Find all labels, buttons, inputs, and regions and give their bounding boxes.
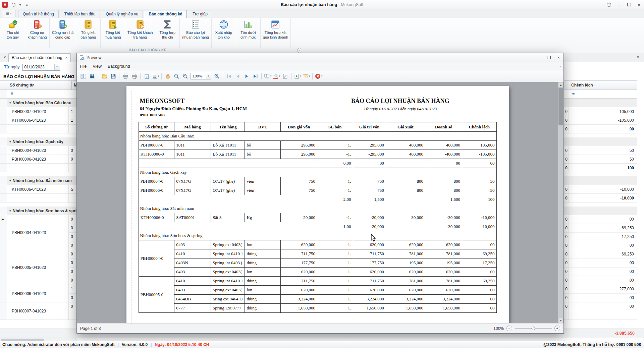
preview-maximize-button[interactable] — [544, 53, 554, 62]
minimize-button[interactable]: – — [614, 0, 624, 9]
zoom-out-button[interactable]: – — [506, 326, 512, 331]
collapse-arrow-icon[interactable]: ▾ — [9, 101, 11, 105]
grid-row[interactable]: 050 — [563, 146, 637, 155]
filter-cell-difference[interactable]: = — [569, 90, 637, 98]
collapse-arrow-icon[interactable]: ▾ — [9, 209, 11, 213]
scale-button[interactable]: ▾ — [151, 72, 160, 80]
doc-row-merged[interactable]: PBH00006-04102310 — [0, 285, 77, 302]
grid-row[interactable]: 0-10,000 — [563, 185, 637, 194]
export-button[interactable]: ▾ — [293, 72, 302, 80]
ribbon-tab[interactable]: Báo cáo thống kê — [144, 10, 187, 18]
ribbon-button-notebook-purchase[interactable]: Tổng kếtmua hàng — [101, 18, 125, 48]
zoom-out-button[interactable] — [181, 72, 190, 80]
prev-page-button[interactable] — [233, 72, 242, 80]
zoom-slider-thumb[interactable] — [532, 327, 535, 330]
zoom-in-button[interactable] — [212, 72, 221, 80]
subtotal-row[interactable] — [0, 125, 77, 133]
quick-print-button[interactable] — [130, 72, 139, 80]
customize-toolbar-icon[interactable]: ≡ — [23, 1, 30, 8]
ribbon-button-notebook-returns[interactable]: Tổng kết kháchtrả hàng — [125, 18, 155, 48]
grid-filter-row[interactable] — [0, 90, 77, 99]
preview-minimize-button[interactable]: – — [534, 53, 544, 62]
zoom-in-button[interactable]: + — [554, 326, 560, 331]
grid-row[interactable]: PBH00007-0410231 — [0, 107, 77, 116]
ribbon-tab[interactable]: Trợ giúp — [188, 10, 212, 18]
doc-row-merged[interactable]: PBH00007-0410230 — [0, 302, 77, 320]
doc-row-merged[interactable]: 000 — [563, 302, 637, 320]
maximize-button[interactable] — [624, 0, 634, 9]
ribbon-collapse-button[interactable]: ▴ — [297, 48, 302, 53]
grid-row[interactable]: PBH00004-0410230 — [0, 146, 77, 155]
page-color-button[interactable]: ▾ — [272, 72, 281, 80]
preview-title-bar[interactable]: Preview – × — [77, 53, 564, 62]
menu-item-background[interactable]: Background — [105, 62, 133, 70]
print-button[interactable] — [121, 72, 130, 80]
search-button[interactable] — [88, 72, 96, 80]
grid-filter-row[interactable]: = — [563, 90, 637, 99]
first-page-button[interactable] — [225, 72, 233, 80]
column-header-doc[interactable]: Số chứng từ — [7, 81, 72, 90]
watermark-button[interactable] — [281, 72, 289, 80]
collapse-arrow-icon[interactable]: ▾ — [9, 179, 11, 182]
menu-item-file[interactable]: File — [77, 62, 90, 70]
last-page-button[interactable] — [251, 72, 260, 80]
multi-page-button[interactable]: ▾ — [263, 72, 272, 80]
group-row[interactable]: ▾Nhóm hàng hóa: Bàn Cầu inax — [0, 99, 77, 107]
ribbon-button-notebook-sales[interactable]: Tổng kếtbán hàng — [76, 18, 101, 48]
ribbon-button-profit-report[interactable]: Báo cáo lợinhuận bán hàng — [180, 18, 212, 48]
subtotal-row[interactable] — [0, 164, 77, 172]
next-page-button[interactable] — [242, 72, 251, 80]
quick-access-icon[interactable] — [10, 1, 17, 8]
group-row[interactable]: ▾Nhóm hàng hóa: Sơn boss & spring — [0, 207, 77, 215]
close-tab-icon[interactable]: × — [65, 56, 67, 60]
close-all-tabs-button[interactable]: × — [1, 54, 8, 61]
document-close-button[interactable]: × — [635, 54, 641, 61]
calendar-dropdown-icon[interactable]: ▾ — [54, 64, 60, 70]
magnifier-button[interactable] — [172, 72, 181, 80]
chevron-down-icon[interactable]: ▾ — [17, 1, 23, 8]
doc-row-merged[interactable]: 069,250000000000 — [563, 250, 637, 285]
ribbon-button-coins[interactable]: Thu chitồn quỹ — [1, 18, 25, 48]
subtotal-row[interactable]: 0100 — [563, 164, 637, 172]
skin-gallery-button[interactable]: ▦▾ — [2, 10, 15, 17]
scrollbar-thumb[interactable] — [1, 339, 44, 341]
ribbon-button-inventory-flow[interactable]: Xuất nhậptồn kho — [212, 18, 236, 48]
grid-row[interactable]: 050 — [563, 155, 637, 164]
zoom-slider[interactable] — [515, 328, 552, 329]
filter-cell-doc[interactable] — [7, 90, 77, 98]
document-tab[interactable]: Báo cáo lợi nhuận bán hàng × — [8, 53, 71, 62]
column-header-difference[interactable]: Chênh lệch — [569, 81, 637, 90]
group-row[interactable] — [563, 137, 637, 146]
grid-row[interactable]: PBH00006-0410230 — [0, 155, 77, 164]
ribbon-tab[interactable]: Quản lý nghiệp vụ — [101, 10, 143, 18]
vertical-scrollbar[interactable]: ▲ ▼ — [558, 82, 564, 323]
from-date-input[interactable]: 01/10/2023 ▾ — [22, 64, 60, 71]
group-row[interactable] — [563, 99, 637, 107]
grid-row[interactable]: KTH00006-0410231 — [0, 116, 77, 125]
hand-tool-button[interactable] — [163, 72, 172, 80]
scroll-down-icon[interactable]: ▼ — [558, 318, 564, 323]
subtotal-row[interactable]: 000 — [563, 125, 637, 133]
menu-overflow-chevron-icon[interactable]: ▾ — [560, 65, 561, 68]
email-button[interactable]: ▾ — [302, 72, 311, 80]
fit-screen-button[interactable] — [604, 0, 614, 9]
ribbon-tab[interactable]: Quản trị hệ thống — [18, 10, 59, 18]
grid-row[interactable]: KTH00006-041023S — [0, 185, 77, 194]
grid-row[interactable]: 0-105,000 — [563, 116, 637, 125]
page-setup-button[interactable] — [142, 72, 151, 80]
ribbon-button-low-stock[interactable]: Tồn dướiđịnh mức — [236, 18, 261, 48]
doc-row-merged[interactable]: ▶PBH00004-0410230000 — [0, 215, 77, 250]
scroll-up-icon[interactable]: ▲ — [558, 82, 564, 88]
menu-item-view[interactable]: View — [90, 62, 105, 70]
save-button[interactable] — [109, 72, 117, 80]
subtotal-row[interactable]: 0-10,000 — [563, 194, 637, 202]
group-row[interactable] — [563, 207, 637, 215]
document-map-button[interactable] — [79, 72, 88, 80]
scrollbar-thumb[interactable] — [558, 88, 563, 125]
subtotal-row[interactable] — [0, 194, 77, 202]
preview-close-button[interactable]: × — [554, 53, 564, 62]
ribbon-button-debt-supplier[interactable]: Công nợ nhàcung cấp — [50, 18, 76, 48]
ribbon-button-business-result[interactable]: Tổng hợp kếtquả kinh doanh — [261, 18, 291, 48]
group-row[interactable] — [563, 176, 637, 185]
doc-row-merged[interactable]: 000069,250017,250000 — [563, 215, 637, 250]
